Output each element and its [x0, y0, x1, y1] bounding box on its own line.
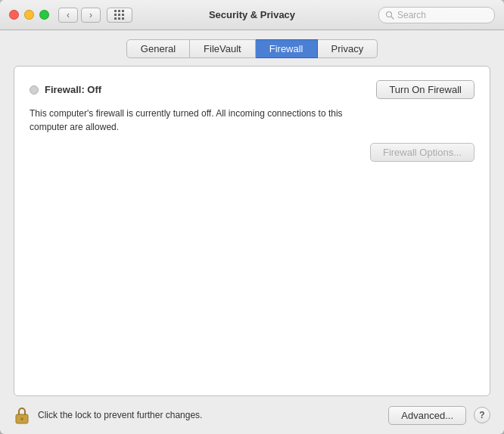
firewall-panel: Firewall: Off Turn On Firewall This comp… [14, 66, 490, 396]
firewall-options-row: Firewall Options... [30, 143, 474, 162]
svg-rect-3 [21, 417, 23, 420]
content-area: General FileVault Firewall Privacy Firew… [0, 30, 504, 396]
app-window: ‹ › Security & Privacy Search [0, 0, 504, 434]
minimize-button[interactable] [24, 10, 34, 20]
firewall-status-left: Firewall: Off [30, 84, 101, 95]
close-button[interactable] [9, 10, 19, 20]
bottombar: Click the lock to prevent further change… [0, 396, 504, 434]
svg-point-0 [387, 11, 392, 17]
search-icon [385, 11, 394, 20]
help-button[interactable]: ? [474, 407, 490, 423]
grid-icon [114, 10, 125, 20]
firewall-description: This computer's firewall is currently tu… [30, 107, 370, 134]
status-indicator [30, 85, 39, 95]
forward-arrow-icon: › [89, 10, 92, 20]
tab-privacy[interactable]: Privacy [318, 39, 378, 58]
nav-arrows: ‹ › [58, 8, 101, 23]
lock-description: Click the lock to prevent further change… [38, 410, 202, 420]
search-placeholder: Search [397, 10, 426, 20]
lock-text: Click the lock to prevent further change… [38, 410, 381, 420]
tab-general[interactable]: General [126, 39, 190, 58]
svg-line-1 [391, 17, 394, 19]
firewall-status-label: Firewall: Off [45, 84, 101, 95]
grid-view-button[interactable] [107, 8, 132, 23]
forward-button[interactable]: › [81, 8, 101, 23]
tab-filevault[interactable]: FileVault [190, 39, 256, 58]
back-button[interactable]: ‹ [58, 8, 78, 23]
turn-on-firewall-button[interactable]: Turn On Firewall [376, 80, 474, 99]
search-bar[interactable]: Search [378, 7, 495, 23]
tabs-bar: General FileVault Firewall Privacy [0, 30, 504, 66]
advanced-button[interactable]: Advanced... [388, 406, 466, 425]
window-title: Security & Privacy [209, 9, 295, 20]
maximize-button[interactable] [39, 10, 49, 20]
lock-icon[interactable] [14, 405, 30, 426]
firewall-status-row: Firewall: Off Turn On Firewall [30, 80, 474, 99]
firewall-options-button: Firewall Options... [370, 143, 474, 162]
tab-firewall[interactable]: Firewall [256, 39, 318, 58]
back-arrow-icon: ‹ [67, 10, 70, 20]
traffic-lights [9, 10, 49, 20]
titlebar: ‹ › Security & Privacy Search [0, 0, 504, 30]
